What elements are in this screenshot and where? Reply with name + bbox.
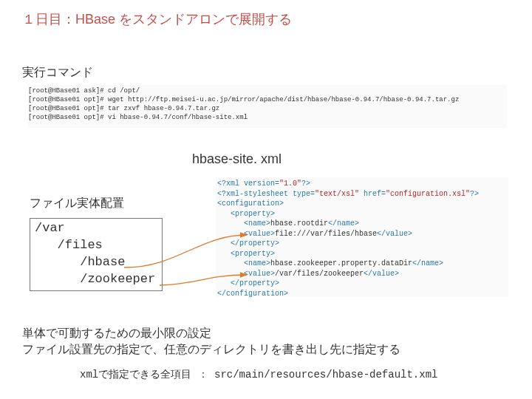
footnote: xmlで指定できる全項目 ： src/main/resources/hbase-… <box>80 368 437 381</box>
cmd-line-1: [root@HBase01 ask]# cd /opt/ <box>28 87 140 95</box>
cmd-line-4: [root@HBase01 opt]# vi hbase-0.94.7/conf… <box>28 114 248 121</box>
xml-l5a: <name> <box>217 219 270 228</box>
xml-l2b: "text/xsl" <box>315 190 359 198</box>
xml-l6c: </value> <box>377 230 412 238</box>
xml-l10b: /var/files/zookeeper <box>275 270 364 278</box>
xml-config-block: <?xml version="1.0"?> <?xml-stylesheet t… <box>216 177 508 297</box>
xml-l2c: href= <box>359 190 386 198</box>
xml-l6a: <value> <box>217 230 275 238</box>
xml-l10a: <value> <box>217 270 275 278</box>
xml-l1c: ?> <box>301 180 310 188</box>
xml-l3: <configuration> <box>217 200 284 208</box>
xml-l2d: "configuration.xsl" <box>386 190 470 198</box>
directory-tree: /var /files /hbase /zookeeper <box>30 218 163 291</box>
page-title: １日目：HBase をスタンドアロンで展開する <box>22 10 292 28</box>
xml-l2a: <?xml-stylesheet type= <box>217 190 315 198</box>
xml-l7: </property> <box>217 239 279 248</box>
file-layout-label: ファイル実体配置 <box>30 196 124 211</box>
xml-l9c: </name> <box>412 259 443 267</box>
xml-l1b: "1.0" <box>279 180 301 188</box>
hbase-site-label: hbase-site. xml <box>192 151 282 167</box>
cmd-line-2: [root@HBase01 opt]# wget http://ftp.meis… <box>28 96 459 103</box>
xml-l10c: </value> <box>364 270 399 278</box>
xml-l2e: ?> <box>470 190 479 198</box>
xml-l9a: <name> <box>217 259 270 267</box>
xml-l1a: <?xml version= <box>217 180 279 188</box>
exec-command-label: 実行コマンド <box>22 65 93 81</box>
cmd-line-3: [root@HBase01 opt]# tar zxvf hbase-0.94.… <box>28 105 219 112</box>
notes-block: 単体で可動するための最小限の設定 ファイル設置先の指定で、任意のディレクトリを書… <box>22 325 400 357</box>
xml-l4: <property> <box>217 210 275 218</box>
xml-l5b: hbase.rootdir <box>270 219 328 228</box>
slide: １日目：HBase をスタンドアロンで展開する 実行コマンド [root@HBa… <box>0 0 532 399</box>
xml-l11: </property> <box>217 279 279 287</box>
xml-l6b: file:///var/files/hbase <box>275 230 377 238</box>
command-block: [root@HBase01 ask]# cd /opt/ [root@HBase… <box>28 85 507 128</box>
xml-l8: <property> <box>217 250 275 258</box>
xml-l9b: hbase.zookeeper.property.dataDir <box>270 259 412 267</box>
note-line-2: ファイル設置先の指定で、任意のディレクトリを書き出し先に指定する <box>22 341 400 358</box>
xml-l12: </configuration> <box>217 290 288 298</box>
xml-l5c: </name> <box>328 219 359 228</box>
note-line-1: 単体で可動するための最小限の設定 <box>22 325 400 341</box>
